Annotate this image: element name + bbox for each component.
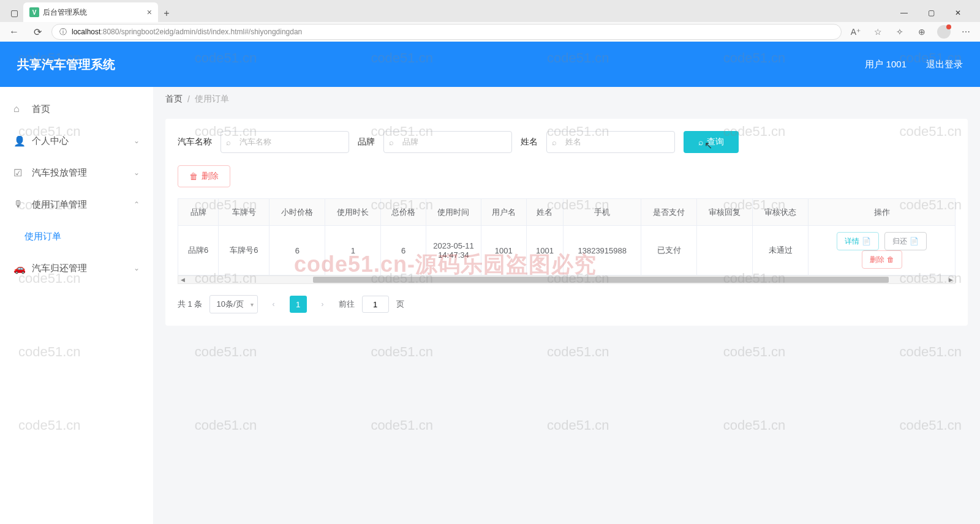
window-menu-icon[interactable]: ▢	[5, 4, 23, 22]
trash-icon: 🗑	[887, 255, 894, 264]
app-title: 共享汽车管理系统	[17, 56, 115, 73]
app-header: 共享汽车管理系统 用户 1001 退出登录	[0, 42, 980, 87]
close-tab-icon[interactable]: ×	[147, 7, 152, 17]
tab-bar: ▢ V 后台管理系统 × + — ▢ ✕	[0, 0, 980, 22]
search-icon: ⌕	[226, 138, 231, 147]
doc-icon: 📄	[862, 237, 871, 245]
collections-icon[interactable]: ⊕	[913, 23, 931, 41]
detail-button[interactable]: 详情 📄	[837, 232, 879, 250]
sidebar-item-label: 使用订单管理	[32, 199, 87, 211]
browser-tab[interactable]: V 后台管理系统 ×	[23, 2, 158, 22]
next-page-button[interactable]: ›	[314, 296, 331, 313]
sidebar-item-label: 使用订单	[24, 231, 61, 242]
breadcrumb-sep: /	[187, 94, 190, 104]
sidebar-item-home[interactable]: ⌂ 首页	[0, 93, 153, 125]
th-priceh: 小时价格	[270, 199, 325, 226]
th-actions: 操作	[809, 199, 956, 226]
chevron-down-icon: ⌄	[134, 264, 140, 272]
th-reviewstatus: 审核状态	[753, 199, 809, 226]
profile-icon[interactable]	[935, 23, 953, 41]
th-paid: 是否支付	[641, 199, 697, 226]
chevron-down-icon: ⌄	[134, 137, 140, 145]
brand-input[interactable]: ⌕ 品牌	[383, 131, 512, 153]
chevron-up-icon: ⌃	[134, 200, 140, 209]
trash-icon: 🗑	[189, 171, 198, 181]
table-wrap: 品牌 车牌号 小时价格 使用时长 总价格 使用时间 用户名 姓名 手机 是否支付…	[178, 198, 956, 284]
filter-label-brand: 品牌	[358, 137, 375, 148]
cell-total: 6	[381, 226, 426, 275]
table-row[interactable]: 品牌6 车牌号6 6 1 6 2023-05-11 14:47:34 1001 …	[178, 226, 956, 275]
sidebar-item-order-mgmt[interactable]: 🎙 使用订单管理 ⌃	[0, 189, 153, 220]
cell-usetime: 2023-05-11 14:47:34	[426, 226, 481, 275]
content-card: 汽车名称 ⌕ 汽车名称 品牌 ⌕ 品牌 姓名 ⌕ 姓名 ⌕ 查询	[165, 119, 968, 326]
goto-page-input[interactable]	[362, 296, 389, 313]
th-brand: 品牌	[178, 199, 219, 226]
tab-title: 后台管理系统	[43, 7, 143, 18]
window-controls: — ▢ ✕	[892, 4, 975, 22]
read-aloud-icon[interactable]: A⁺	[846, 23, 865, 41]
sidebar-item-label: 首页	[32, 103, 50, 115]
doc-icon: 📄	[910, 237, 919, 245]
goto-suffix: 页	[396, 299, 404, 310]
horizontal-scrollbar[interactable]: ◀ ▶	[178, 275, 956, 284]
th-username: 用户名	[481, 199, 526, 226]
logout-link[interactable]: 退出登录	[926, 59, 963, 70]
sidebar-item-car-return[interactable]: 🚗 汽车归还管理 ⌄	[0, 252, 153, 284]
url-host: localhost	[72, 28, 100, 36]
site-info-icon[interactable]: ⓘ	[59, 27, 67, 37]
url-port: :8080	[100, 28, 119, 36]
query-button[interactable]: ⌕ 查询	[684, 131, 739, 153]
cell-duration: 1	[325, 226, 381, 275]
scroll-left-icon[interactable]: ◀	[178, 276, 187, 283]
sidebar-item-car-deploy[interactable]: ☑ 汽车投放管理 ⌄	[0, 157, 153, 189]
page-size-select[interactable]: 10条/页	[209, 295, 257, 313]
cell-username: 1001	[481, 226, 526, 275]
total-text: 共 1 条	[178, 299, 202, 310]
sidebar-item-use-order[interactable]: 使用订单	[0, 220, 153, 252]
th-duration: 使用时长	[325, 199, 381, 226]
return-button[interactable]: 归还 📄	[884, 232, 927, 250]
favicon-icon: V	[29, 7, 39, 17]
prev-page-button[interactable]: ‹	[265, 296, 282, 313]
bulk-delete-button[interactable]: 🗑 删除	[178, 165, 230, 187]
address-bar: ← ⟳ ⓘ localhost:8080/springboot2eidg/adm…	[0, 22, 980, 42]
car-name-input[interactable]: ⌕ 汽车名称	[221, 131, 349, 153]
sidebar-item-profile[interactable]: 👤 个人中心 ⌄	[0, 125, 153, 157]
back-button[interactable]: ←	[5, 23, 23, 41]
search-icon: ⌕	[698, 137, 703, 147]
breadcrumb-home[interactable]: 首页	[165, 94, 183, 105]
more-icon[interactable]: ⋯	[957, 23, 975, 41]
row-delete-button[interactable]: 删除 🗑	[862, 250, 902, 269]
th-reviewreply: 审核回复	[697, 199, 753, 226]
url-input[interactable]: ⓘ localhost:8080/springboot2eidg/admin/d…	[51, 24, 842, 40]
name-input[interactable]: ⌕ 姓名	[546, 131, 675, 153]
car-icon: 🚗	[13, 263, 24, 274]
favorites-icon[interactable]: ✧	[891, 23, 909, 41]
refresh-button[interactable]: ⟳	[28, 23, 47, 41]
close-window-icon[interactable]: ✕	[946, 4, 970, 22]
cell-phone: 13823915988	[564, 226, 641, 275]
sidebar-item-label: 汽车归还管理	[32, 263, 87, 274]
star-icon[interactable]: ☆	[869, 23, 887, 41]
cell-plate: 车牌号6	[219, 226, 270, 275]
page-number-1[interactable]: 1	[290, 296, 307, 313]
cell-brand: 品牌6	[178, 226, 219, 275]
main-content: 首页 / 使用订单 汽车名称 ⌕ 汽车名称 品牌 ⌕ 品牌 姓名 ⌕ 姓名	[153, 87, 980, 524]
cell-priceh: 6	[270, 226, 325, 275]
scroll-thumb[interactable]	[313, 277, 889, 283]
filter-label-carname: 汽车名称	[178, 137, 212, 148]
new-tab-button[interactable]: +	[158, 5, 175, 22]
url-path: /springboot2eidg/admin/dist/index.html#/…	[119, 28, 302, 36]
sidebar-item-label: 汽车投放管理	[32, 167, 87, 179]
scroll-right-icon[interactable]: ▶	[946, 276, 955, 283]
filter-row: 汽车名称 ⌕ 汽车名称 品牌 ⌕ 品牌 姓名 ⌕ 姓名 ⌕ 查询	[178, 131, 956, 153]
user-label[interactable]: 用户 1001	[865, 59, 907, 70]
user-icon: 👤	[13, 135, 24, 147]
maximize-icon[interactable]: ▢	[919, 4, 943, 22]
home-icon: ⌂	[13, 103, 24, 114]
minimize-icon[interactable]: —	[892, 4, 916, 22]
search-icon: ⌕	[552, 138, 557, 147]
filter-label-name: 姓名	[521, 137, 538, 148]
data-table: 品牌 车牌号 小时价格 使用时长 总价格 使用时间 用户名 姓名 手机 是否支付…	[178, 198, 956, 275]
toolbar-icons: A⁺ ☆ ✧ ⊕ ⋯	[846, 23, 975, 41]
